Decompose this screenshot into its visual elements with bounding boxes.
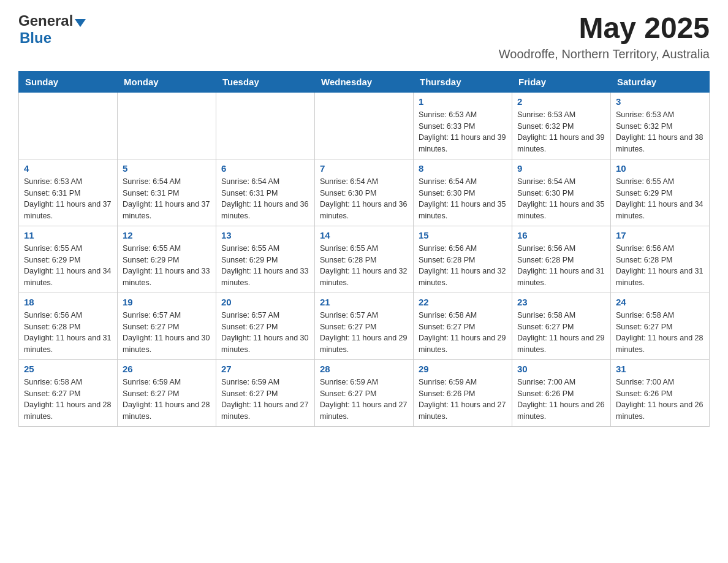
day-number: 11 — [24, 230, 112, 240]
day-info: Sunrise: 6:53 AM Sunset: 6:33 PM Dayligh… — [419, 109, 507, 155]
day-number: 2 — [517, 96, 605, 107]
day-number: 4 — [24, 163, 112, 174]
day-of-week-wednesday: Wednesday — [315, 71, 414, 92]
calendar-cell: 15Sunrise: 6:56 AM Sunset: 6:28 PM Dayli… — [414, 226, 512, 293]
calendar-cell: 21Sunrise: 6:57 AM Sunset: 6:27 PM Dayli… — [315, 293, 414, 359]
calendar-cell — [19, 92, 118, 159]
location-subtitle: Woodroffe, Northern Territory, Australia — [499, 47, 710, 61]
logo-arrow-icon — [75, 19, 86, 27]
calendar-cell: 20Sunrise: 6:57 AM Sunset: 6:27 PM Dayli… — [216, 293, 315, 359]
day-number: 10 — [616, 163, 704, 174]
logo-general-text: General — [18, 12, 73, 29]
day-info: Sunrise: 6:58 AM Sunset: 6:27 PM Dayligh… — [419, 310, 507, 356]
calendar-week-row: 11Sunrise: 6:55 AM Sunset: 6:29 PM Dayli… — [19, 226, 710, 293]
calendar-cell — [216, 92, 315, 159]
calendar-cell: 7Sunrise: 6:54 AM Sunset: 6:30 PM Daylig… — [315, 159, 414, 226]
day-number: 18 — [24, 297, 112, 307]
day-number: 15 — [419, 230, 507, 240]
day-number: 19 — [123, 297, 211, 307]
calendar-header: SundayMondayTuesdayWednesdayThursdayFrid… — [19, 71, 710, 92]
calendar-cell: 28Sunrise: 6:59 AM Sunset: 6:27 PM Dayli… — [315, 359, 414, 426]
day-number: 7 — [320, 163, 408, 174]
calendar-cell: 31Sunrise: 7:00 AM Sunset: 6:26 PM Dayli… — [611, 359, 710, 426]
calendar-week-row: 18Sunrise: 6:56 AM Sunset: 6:28 PM Dayli… — [19, 293, 710, 359]
day-number: 17 — [616, 230, 704, 240]
calendar-cell: 4Sunrise: 6:53 AM Sunset: 6:31 PM Daylig… — [19, 159, 118, 226]
calendar-cell — [315, 92, 414, 159]
day-number: 24 — [616, 297, 704, 307]
calendar-cell: 9Sunrise: 6:54 AM Sunset: 6:30 PM Daylig… — [512, 159, 611, 226]
calendar-cell: 14Sunrise: 6:55 AM Sunset: 6:28 PM Dayli… — [315, 226, 414, 293]
calendar-cell: 25Sunrise: 6:58 AM Sunset: 6:27 PM Dayli… — [19, 359, 118, 426]
day-number: 23 — [517, 297, 605, 307]
day-info: Sunrise: 6:58 AM Sunset: 6:27 PM Dayligh… — [616, 310, 704, 356]
calendar-cell: 29Sunrise: 6:59 AM Sunset: 6:26 PM Dayli… — [414, 359, 512, 426]
day-info: Sunrise: 7:00 AM Sunset: 6:26 PM Dayligh… — [517, 377, 605, 423]
calendar-cell: 19Sunrise: 6:57 AM Sunset: 6:27 PM Dayli… — [118, 293, 216, 359]
day-number: 29 — [419, 364, 507, 374]
day-info: Sunrise: 6:54 AM Sunset: 6:30 PM Dayligh… — [320, 176, 408, 222]
calendar-cell: 5Sunrise: 6:54 AM Sunset: 6:31 PM Daylig… — [118, 159, 216, 226]
day-number: 8 — [419, 163, 507, 174]
calendar-body: 1Sunrise: 6:53 AM Sunset: 6:33 PM Daylig… — [19, 92, 710, 426]
day-info: Sunrise: 6:54 AM Sunset: 6:30 PM Dayligh… — [517, 176, 605, 222]
calendar-cell: 26Sunrise: 6:59 AM Sunset: 6:27 PM Dayli… — [118, 359, 216, 426]
day-number: 1 — [419, 96, 507, 107]
day-number: 6 — [221, 163, 309, 174]
logo: General Blue — [18, 12, 86, 47]
day-info: Sunrise: 6:57 AM Sunset: 6:27 PM Dayligh… — [123, 310, 211, 356]
calendar-cell: 2Sunrise: 6:53 AM Sunset: 6:32 PM Daylig… — [512, 92, 611, 159]
day-info: Sunrise: 6:59 AM Sunset: 6:27 PM Dayligh… — [123, 377, 211, 423]
days-of-week-row: SundayMondayTuesdayWednesdayThursdayFrid… — [19, 71, 710, 92]
calendar-cell: 23Sunrise: 6:58 AM Sunset: 6:27 PM Dayli… — [512, 293, 611, 359]
day-of-week-monday: Monday — [118, 71, 216, 92]
day-number: 26 — [123, 364, 211, 374]
calendar-cell: 8Sunrise: 6:54 AM Sunset: 6:30 PM Daylig… — [414, 159, 512, 226]
day-number: 14 — [320, 230, 408, 240]
day-of-week-friday: Friday — [512, 71, 611, 92]
day-of-week-sunday: Sunday — [19, 71, 118, 92]
title-section: May 2025 Woodroffe, Northern Territory, … — [499, 12, 710, 61]
day-number: 27 — [221, 364, 309, 374]
calendar-cell: 1Sunrise: 6:53 AM Sunset: 6:33 PM Daylig… — [414, 92, 512, 159]
day-number: 5 — [123, 163, 211, 174]
calendar-cell: 10Sunrise: 6:55 AM Sunset: 6:29 PM Dayli… — [611, 159, 710, 226]
day-info: Sunrise: 6:55 AM Sunset: 6:29 PM Dayligh… — [24, 243, 112, 289]
day-info: Sunrise: 6:55 AM Sunset: 6:29 PM Dayligh… — [123, 243, 211, 289]
calendar-cell: 24Sunrise: 6:58 AM Sunset: 6:27 PM Dayli… — [611, 293, 710, 359]
calendar-cell: 22Sunrise: 6:58 AM Sunset: 6:27 PM Dayli… — [414, 293, 512, 359]
day-of-week-thursday: Thursday — [414, 71, 512, 92]
day-info: Sunrise: 7:00 AM Sunset: 6:26 PM Dayligh… — [616, 377, 704, 423]
day-number: 25 — [24, 364, 112, 374]
calendar-cell: 16Sunrise: 6:56 AM Sunset: 6:28 PM Dayli… — [512, 226, 611, 293]
day-info: Sunrise: 6:58 AM Sunset: 6:27 PM Dayligh… — [517, 310, 605, 356]
day-number: 30 — [517, 364, 605, 374]
day-info: Sunrise: 6:56 AM Sunset: 6:28 PM Dayligh… — [616, 243, 704, 289]
calendar-cell: 6Sunrise: 6:54 AM Sunset: 6:31 PM Daylig… — [216, 159, 315, 226]
day-number: 3 — [616, 96, 704, 107]
calendar-cell: 12Sunrise: 6:55 AM Sunset: 6:29 PM Dayli… — [118, 226, 216, 293]
calendar-week-row: 4Sunrise: 6:53 AM Sunset: 6:31 PM Daylig… — [19, 159, 710, 226]
day-number: 13 — [221, 230, 309, 240]
calendar-table: SundayMondayTuesdayWednesdayThursdayFrid… — [18, 71, 710, 427]
calendar-cell: 11Sunrise: 6:55 AM Sunset: 6:29 PM Dayli… — [19, 226, 118, 293]
day-number: 12 — [123, 230, 211, 240]
day-number: 9 — [517, 163, 605, 174]
day-info: Sunrise: 6:58 AM Sunset: 6:27 PM Dayligh… — [24, 377, 112, 423]
calendar-cell: 27Sunrise: 6:59 AM Sunset: 6:27 PM Dayli… — [216, 359, 315, 426]
day-info: Sunrise: 6:55 AM Sunset: 6:29 PM Dayligh… — [221, 243, 309, 289]
calendar-week-row: 1Sunrise: 6:53 AM Sunset: 6:33 PM Daylig… — [19, 92, 710, 159]
logo-blue-text: Blue — [20, 29, 51, 46]
day-number: 20 — [221, 297, 309, 307]
day-info: Sunrise: 6:53 AM Sunset: 6:32 PM Dayligh… — [616, 109, 704, 155]
day-of-week-tuesday: Tuesday — [216, 71, 315, 92]
calendar-cell: 17Sunrise: 6:56 AM Sunset: 6:28 PM Dayli… — [611, 226, 710, 293]
day-number: 16 — [517, 230, 605, 240]
day-number: 22 — [419, 297, 507, 307]
day-info: Sunrise: 6:54 AM Sunset: 6:30 PM Dayligh… — [419, 176, 507, 222]
day-info: Sunrise: 6:54 AM Sunset: 6:31 PM Dayligh… — [221, 176, 309, 222]
calendar-cell — [118, 92, 216, 159]
day-number: 28 — [320, 364, 408, 374]
day-info: Sunrise: 6:53 AM Sunset: 6:31 PM Dayligh… — [24, 176, 112, 222]
day-info: Sunrise: 6:55 AM Sunset: 6:28 PM Dayligh… — [320, 243, 408, 289]
